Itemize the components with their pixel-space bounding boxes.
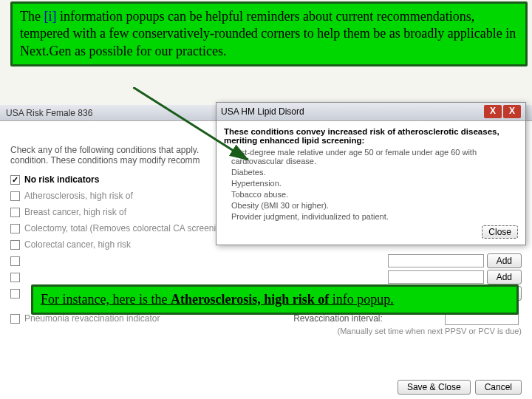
label-no-risk: No risk indicators	[24, 174, 231, 185]
add-button[interactable]: Add	[487, 270, 522, 284]
callout-mid-post: info popup.	[329, 292, 394, 307]
revaccination-label: Revaccination interval:	[293, 313, 383, 324]
callout-top-text-rest: information popups can be helpful remind…	[20, 9, 516, 58]
revaccination-hint: (Manually set time when next PPSV or PCV…	[10, 327, 522, 335]
callout-mid: For instance, here is the Atherosclerosi…	[31, 284, 519, 315]
label-athero: Atherosclerosis, high risk of	[24, 191, 231, 201]
svg-line-0	[133, 87, 248, 160]
checkbox-hidden-3[interactable]	[10, 289, 20, 299]
checkbox-hidden-1[interactable]	[10, 256, 20, 266]
checkbox-athero[interactable]	[10, 191, 20, 201]
save-and-close-button[interactable]: Save & Close	[398, 380, 471, 395]
close-icon[interactable]: X	[484, 105, 502, 118]
callout-mid-bold: Atherosclerosis, high risk of	[171, 292, 329, 307]
popup-item: Tobacco abuse.	[231, 190, 518, 199]
popup-window-controls: X X	[484, 105, 521, 118]
row-hidden-1[interactable]: Add	[10, 253, 522, 269]
label-breast: Breast cancer, high risk of	[24, 207, 231, 217]
callout-mid-pre: For instance, here is the	[41, 292, 171, 307]
callout-top-info-token: [i]	[44, 9, 56, 24]
add-button[interactable]: Add	[487, 253, 522, 268]
row-hidden-2[interactable]: Add	[10, 269, 522, 285]
cancel-button[interactable]: Cancel	[475, 380, 522, 395]
close-icon[interactable]: X	[503, 105, 521, 118]
window-title: USA Risk Female 836	[6, 108, 92, 118]
arrow-to-popup	[133, 87, 281, 176]
checkbox-breast[interactable]	[10, 208, 20, 217]
popup-item: Hypertension.	[231, 179, 518, 188]
field-hidden-1[interactable]	[388, 254, 484, 267]
bottom-buttons: Save & Close Cancel	[398, 380, 522, 395]
popup-item: Obesity (BMI 30 or higher).	[231, 201, 518, 210]
popup-item: Provider judgment, individualized to pat…	[231, 212, 518, 221]
label-colorectal: Colorectal cancer, high risk	[24, 239, 231, 250]
checkbox-pneumonia[interactable]	[10, 314, 20, 324]
callout-top-text-pre: The	[20, 9, 44, 24]
label-pneumonia: Pneumonia revaccination indicator	[24, 313, 231, 324]
checkbox-colectomy[interactable]	[10, 224, 20, 233]
field-hidden-2[interactable]	[388, 270, 484, 284]
checkbox-hidden-2[interactable]	[10, 273, 20, 282]
callout-top: The [i] information popups can be helpfu…	[10, 1, 528, 66]
checkbox-colorectal[interactable]	[10, 240, 20, 250]
checkbox-no-risk[interactable]	[10, 175, 20, 185]
popup-close-button[interactable]: Close	[482, 225, 518, 239]
